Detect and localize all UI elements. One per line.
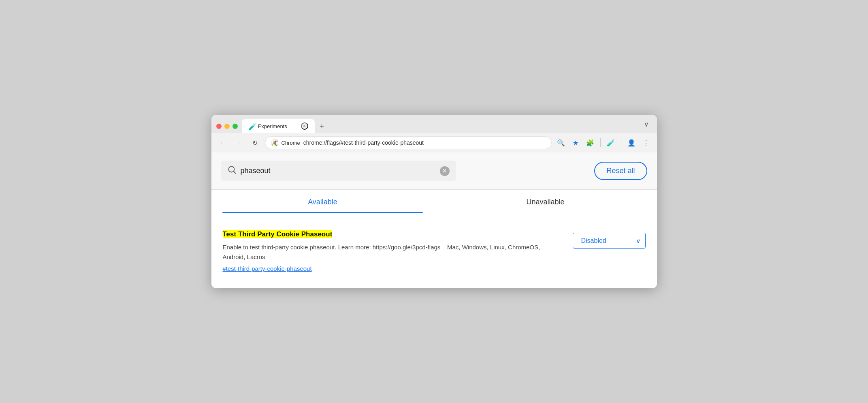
maximize-window-button[interactable] (232, 124, 238, 129)
chrome-label: Chrome (282, 140, 300, 146)
flag-select-wrapper: Default Enabled Disabled (573, 233, 646, 249)
clear-search-button[interactable]: × (440, 166, 450, 176)
window-controls-right: ∨ (641, 119, 652, 133)
title-bar: 🧪 Experiments × + ∨ (211, 115, 657, 133)
nav-bar: ← → ↻ Chrome chrome://flags/#test-third-… (211, 133, 657, 152)
flag-control: Default Enabled Disabled (573, 233, 646, 249)
nav-icons: 🔍 ★ 🧩 🧪 👤 ⋮ (555, 137, 652, 149)
flag-item: Test Third Party Cookie Phaseout Enable … (223, 223, 646, 279)
browser-window: 🧪 Experiments × + ∨ ← → ↻ Chrome chrome:… (211, 115, 657, 288)
address-bar[interactable]: Chrome chrome://flags/#test-third-party-… (265, 136, 552, 149)
search-area: × Reset all (211, 152, 657, 190)
reload-button[interactable]: ↻ (249, 136, 262, 149)
flag-info: Test Third Party Cookie Phaseout Enable … (223, 229, 563, 272)
extensions-button[interactable]: 🧩 (584, 137, 596, 149)
traffic-lights (216, 124, 238, 133)
bookmark-button[interactable]: ★ (569, 137, 582, 149)
svg-line-3 (233, 171, 236, 174)
nav-divider-1 (600, 138, 601, 147)
content-area: × Reset all Available Unavailable Test T… (211, 152, 657, 288)
flag-description: Enable to test third-party cookie phaseo… (223, 242, 563, 262)
flags-list: Test Third Party Cookie Phaseout Enable … (211, 213, 657, 288)
search-box: × (221, 161, 456, 181)
zoom-button[interactable]: 🔍 (555, 137, 567, 149)
active-tab[interactable]: 🧪 Experiments × (242, 119, 315, 133)
tab-title: Experiments (258, 123, 298, 129)
back-button[interactable]: ← (216, 136, 229, 149)
flag-anchor-link[interactable]: #test-third-party-cookie-phaseout (223, 265, 563, 272)
close-window-button[interactable] (216, 124, 222, 129)
chrome-logo-icon (271, 139, 278, 146)
forward-button[interactable]: → (232, 136, 245, 149)
tabs-bar: Available Unavailable (211, 190, 657, 213)
chrome-menu-button[interactable]: ⋮ (640, 137, 652, 149)
address-text: chrome://flags/#test-third-party-cookie-… (303, 139, 546, 146)
tab-unavailable[interactable]: Unavailable (434, 190, 657, 213)
tab-bar: 🧪 Experiments × + (242, 119, 641, 133)
reset-all-button[interactable]: Reset all (594, 162, 647, 180)
tab-available[interactable]: Available (211, 190, 434, 213)
nav-divider-2 (621, 138, 621, 147)
search-input[interactable] (241, 167, 436, 175)
profile-button[interactable]: 👤 (625, 137, 638, 149)
minimize-window-button[interactable] (224, 124, 230, 129)
flag-select[interactable]: Default Enabled Disabled (573, 233, 646, 249)
experiments-button[interactable]: 🧪 (605, 137, 617, 149)
window-menu-button[interactable]: ∨ (641, 119, 652, 130)
tab-close-button[interactable]: × (301, 122, 308, 130)
new-tab-button[interactable]: + (316, 121, 328, 132)
flag-title: Test Third Party Cookie Phaseout (223, 229, 563, 239)
search-icon (228, 165, 237, 176)
tab-icon: 🧪 (248, 123, 255, 129)
